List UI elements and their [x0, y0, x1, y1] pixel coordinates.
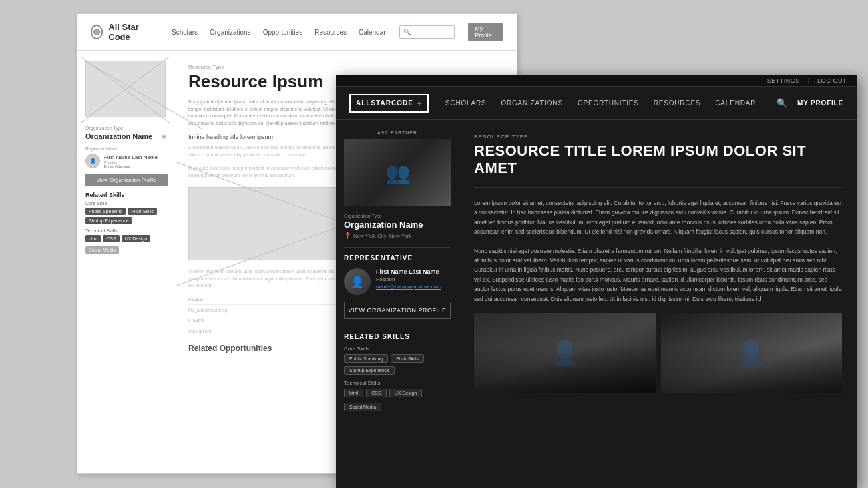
wf-rep-email: Email Address [104, 164, 158, 168]
wf-star-icon[interactable]: ★ [160, 132, 168, 141]
wf-tag-pitch-skills[interactable]: Pitch Skills [128, 208, 157, 215]
dp-logo-text: ALLSTARCODE [356, 99, 413, 107]
wf-nav-scholars[interactable]: Scholars [172, 29, 198, 36]
dp-other-tags: Social Media [344, 403, 451, 411]
dp-body-para-1: Lorem ipsum dolor sit amet, consectetur … [474, 198, 842, 237]
dp-tech-skills-group: Technical Skills: html CSS UX Design [344, 380, 451, 397]
wf-tech-tags: html CSS UX Design [85, 235, 168, 242]
dp-nav-links: SCHOLARS ORGANIZATIONS OPPORTUNITIES RES… [445, 99, 777, 107]
dp-partner-img-inner [344, 139, 451, 206]
dp-nav-opportunities[interactable]: OPPORTUNITIES [578, 99, 639, 107]
dp-location: 📍 New York City, New York [344, 232, 451, 239]
dp-location-text: New York City, New York [353, 233, 411, 239]
dp-sidebar: ASC PARTNER Organization Type Organizati… [336, 120, 459, 488]
wf-nav-resources[interactable]: Resources [314, 29, 347, 36]
wf-sidebar: Organization Type Organization Name ★ Re… [77, 51, 176, 474]
dp-nav-organizations[interactable]: ORGANIZATIONS [501, 99, 562, 107]
wf-other-tags: Social Media [85, 246, 168, 254]
dp-tech-skills-label: Technical Skills: [344, 380, 451, 386]
dp-avatar: 👤 [344, 268, 371, 295]
wf-related-skills-title: Related Skills [85, 192, 168, 198]
dp-navbar: ALLSTARCODE + SCHOLARS ORGANIZATIONS OPP… [336, 87, 857, 120]
dp-nav-scholars[interactable]: SCHOLARS [445, 99, 486, 107]
dp-related-skills-heading: RELATED SKILLS [344, 326, 451, 340]
wf-tag-social-media[interactable]: Social Media [85, 246, 119, 254]
dp-pin-icon: 📍 [344, 232, 351, 239]
wf-tech-skills-group: Technical Skills html CSS UX Design [85, 228, 168, 242]
dp-tag-css[interactable]: CSS [366, 389, 386, 397]
wf-tag-ux-design[interactable]: UX Design [122, 235, 150, 242]
dark-panel: SETTINGS | LOG OUT ALLSTARCODE + SCHOLAR… [336, 75, 857, 488]
dp-core-skills-label: Core Skills: [344, 346, 451, 352]
wf-org-name-row: Organization Name ★ [85, 132, 168, 141]
dp-partner-image [344, 139, 451, 206]
wf-profile-button[interactable]: My Profile [468, 23, 503, 41]
wf-tag-css[interactable]: CSS [103, 235, 119, 242]
dp-org-type-label: Organization Type [344, 214, 451, 218]
dp-settings-link[interactable]: SETTINGS [767, 77, 800, 84]
dp-photo-grid [474, 313, 842, 393]
dp-tech-tags: html CSS UX Design [344, 389, 451, 397]
dp-rep-heading: REPRESENTATIVE [344, 247, 451, 262]
dp-search-icon[interactable]: 🔍 [777, 98, 787, 108]
wf-view-org-button[interactable]: View Organization Profile [85, 174, 168, 186]
wf-rep-row: 👤 First Name Last Name Position Email Ad… [85, 154, 168, 168]
dp-logo[interactable]: ALLSTARCODE + [349, 94, 429, 113]
dp-tag-pitch-skills[interactable]: Pitch Skills [391, 354, 424, 363]
wf-logo-area: All Star Code [91, 22, 152, 42]
dp-tag-social-media[interactable]: Social Media [344, 403, 381, 411]
wf-nav-calendar[interactable]: Calendar [359, 29, 386, 36]
wf-org-name: Organization Name [85, 132, 152, 140]
dp-logout-link[interactable]: LOG OUT [817, 77, 847, 84]
dp-tag-startup[interactable]: Startup Experience [344, 366, 395, 375]
dp-tag-ux-design[interactable]: UX Design [389, 389, 422, 397]
dp-rep-position: Position [376, 276, 441, 282]
wf-search-box[interactable] [399, 25, 455, 39]
wf-tag-html[interactable]: html [85, 235, 101, 242]
wf-resource-label: Resource Type [188, 64, 505, 70]
dp-view-org-button[interactable]: View Organization Profile [344, 302, 451, 319]
dp-nav-resources[interactable]: RESOURCES [654, 99, 701, 107]
dp-org-name: Organization Name [344, 220, 451, 230]
dp-core-tags: Public Speaking Pitch Skills Startup Exp… [344, 354, 451, 375]
wf-core-skills-label: Core Skills [85, 201, 168, 206]
wf-nav-opportunities[interactable]: Opportunities [263, 29, 302, 36]
dp-photo-1 [474, 313, 656, 393]
dp-profile-button[interactable]: MY PROFILE [797, 99, 843, 107]
wf-logo-icon [91, 25, 103, 39]
dp-topbar: SETTINGS | LOG OUT [336, 75, 857, 87]
wf-tag-startup[interactable]: Startup Experience [85, 217, 132, 224]
wf-related-skills: Related Skills Core Skills Public Speaki… [85, 192, 168, 254]
dp-rep-name: First Name Last Name [376, 268, 441, 275]
dp-main-content: Resource Type RESOURCE TITLE LOREM IPSUM… [459, 120, 857, 488]
wf-img-placeholder [86, 61, 165, 117]
wf-tech-skills-label: Technical Skills [85, 228, 168, 233]
wf-nav-links: Scholars Organizations Opportunities Res… [172, 29, 386, 36]
wf-org-image [85, 61, 166, 117]
wf-org-type-label: Organization Type [85, 126, 168, 130]
wf-tag-public-speaking[interactable]: Public Speaking [85, 208, 126, 215]
dp-rep-row: 👤 First Name Last Name Position name@com… [344, 268, 451, 295]
wf-avatar: 👤 [85, 154, 100, 168]
wf-core-skills-group: Core Skills Public Speaking Pitch Skills… [85, 201, 168, 224]
wf-rep-name: First Name Last Name [104, 154, 158, 160]
dp-tag-html[interactable]: html [344, 389, 363, 397]
dp-topbar-separator: | [808, 77, 809, 84]
dp-partner-badge: ASC PARTNER [344, 130, 451, 135]
dp-resource-type-label: Resource Type [474, 134, 842, 140]
dp-resource-title: RESOURCE TITLE LOREM IPSUM DOLOR SIT AME… [474, 142, 842, 188]
wf-logo-text: All Star Code [108, 22, 152, 42]
dp-nav-calendar[interactable]: CALENDAR [715, 99, 756, 107]
dp-logo-plus: + [417, 98, 422, 109]
wf-nav-organizations[interactable]: Organizations [210, 29, 251, 36]
dp-body-para-2: Nunc sagittis nisi eget posuere molestie… [474, 246, 842, 304]
wf-core-tags: Public Speaking Pitch Skills Startup Exp… [85, 208, 168, 224]
dp-content: ASC PARTNER Organization Type Organizati… [336, 120, 857, 488]
dp-photo-2 [661, 313, 843, 393]
dp-tag-public-speaking[interactable]: Public Speaking [344, 354, 388, 363]
wf-rep-label: Representative [85, 146, 168, 151]
dp-rep-email[interactable]: name@companyname.com [376, 284, 441, 290]
wf-navbar: All Star Code Scholars Organizations Opp… [77, 14, 517, 51]
dp-core-skills-group: Core Skills: Public Speaking Pitch Skill… [344, 346, 451, 375]
